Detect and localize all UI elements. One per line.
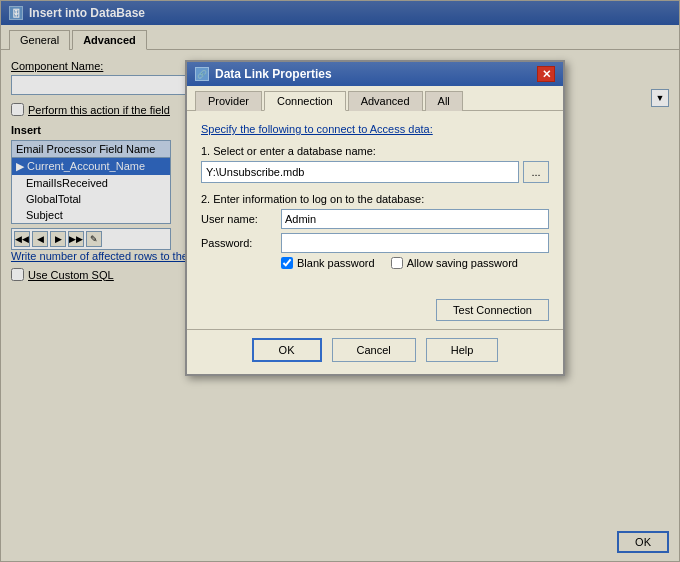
modal-tab-bar: Provider Connection Advanced All bbox=[187, 86, 563, 111]
blank-password-checkbox[interactable] bbox=[281, 257, 293, 269]
database-name-input[interactable] bbox=[201, 161, 519, 183]
modal-tab-connection[interactable]: Connection bbox=[264, 91, 346, 111]
modal-ok-button[interactable]: OK bbox=[252, 338, 322, 362]
modal-overlay: 🔗 Data Link Properties ✕ Provider Connec… bbox=[0, 0, 680, 562]
modal-titlebar: 🔗 Data Link Properties ✕ bbox=[187, 62, 563, 86]
checkbox-options: Blank password Allow saving password bbox=[201, 257, 549, 269]
modal-close-button[interactable]: ✕ bbox=[537, 66, 555, 82]
modal-body: Specify the following to connect to Acce… bbox=[187, 111, 563, 291]
username-row: User name: bbox=[201, 209, 549, 229]
allow-saving-label: Allow saving password bbox=[407, 257, 518, 269]
blank-password-label: Blank password bbox=[297, 257, 375, 269]
password-input[interactable] bbox=[281, 233, 549, 253]
password-row: Password: bbox=[201, 233, 549, 253]
blank-password-option[interactable]: Blank password bbox=[281, 257, 375, 269]
modal-tab-provider[interactable]: Provider bbox=[195, 91, 262, 111]
modal-title-text: Data Link Properties bbox=[215, 67, 332, 81]
allow-saving-checkbox[interactable] bbox=[391, 257, 403, 269]
browse-button[interactable]: ... bbox=[523, 161, 549, 183]
username-input[interactable] bbox=[281, 209, 549, 229]
modal-help-button[interactable]: Help bbox=[426, 338, 499, 362]
step1-section: 1. Select or enter a database name: ... bbox=[201, 145, 549, 183]
logon-section: User name: Password: Blank password bbox=[201, 209, 549, 269]
modal-tab-all[interactable]: All bbox=[425, 91, 463, 111]
username-label: User name: bbox=[201, 213, 281, 225]
modal-cancel-button[interactable]: Cancel bbox=[332, 338, 416, 362]
password-label: Password: bbox=[201, 237, 281, 249]
step2-section: 2. Enter information to log on to the da… bbox=[201, 193, 549, 269]
modal-tab-advanced[interactable]: Advanced bbox=[348, 91, 423, 111]
db-input-row: ... bbox=[201, 161, 549, 183]
allow-saving-option[interactable]: Allow saving password bbox=[391, 257, 518, 269]
modal-dialog: 🔗 Data Link Properties ✕ Provider Connec… bbox=[185, 60, 565, 376]
modal-footer: Test Connection bbox=[187, 291, 563, 329]
modal-bottom-buttons: OK Cancel Help bbox=[187, 329, 563, 374]
modal-title-left: 🔗 Data Link Properties bbox=[195, 67, 332, 81]
test-connection-button[interactable]: Test Connection bbox=[436, 299, 549, 321]
intro-text: Specify the following to connect to Acce… bbox=[201, 123, 549, 135]
modal-title-icon: 🔗 bbox=[195, 67, 209, 81]
step2-label: 2. Enter information to log on to the da… bbox=[201, 193, 549, 205]
step1-label: 1. Select or enter a database name: bbox=[201, 145, 549, 157]
